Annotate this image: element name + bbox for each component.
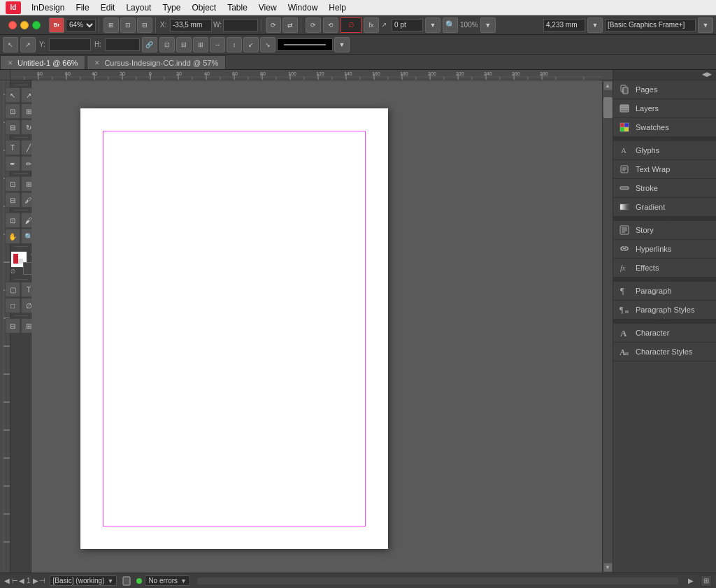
panel-collapse-btn[interactable]: ◀▶ — [702, 71, 712, 78]
tb-misc-5[interactable]: ▼ — [480, 17, 496, 33]
scroll-up-btn[interactable]: ▲ — [603, 81, 613, 90]
menu-table[interactable]: Table — [222, 1, 252, 14]
tb2-btn1[interactable]: ↖ — [3, 37, 18, 52]
none-icon[interactable]: ∅ — [10, 268, 15, 275]
panel-item-pages[interactable]: Pages — [613, 80, 716, 99]
tool-content-collect[interactable]: ⊡ — [5, 176, 20, 192]
bottom-bar: ◀ ⊢ ◀ 1 ▶ ⊣ [Basic] (working) ▼ No error… — [0, 573, 716, 588]
style-input[interactable] — [605, 19, 696, 31]
last-page-btn[interactable]: ⊣ — [39, 577, 45, 585]
scroll-right-btn[interactable]: ▶ — [685, 575, 696, 587]
panel-item-gradient[interactable]: Gradient — [613, 198, 716, 217]
tool-scale[interactable]: ⊟ — [5, 120, 20, 135]
tb2-stroke-3[interactable]: ⊞ — [193, 37, 208, 52]
h-input[interactable] — [105, 38, 140, 51]
tb2-stroke-1[interactable]: ⊡ — [159, 37, 175, 52]
menu-layout[interactable]: Layout — [121, 1, 156, 14]
tb-misc-4[interactable]: ▼ — [425, 17, 441, 33]
bridge-button[interactable]: Br — [49, 17, 64, 33]
menu-object[interactable]: Object — [187, 1, 221, 14]
panel-item-stroke[interactable]: Stroke — [613, 179, 716, 198]
tb2-stroke-5[interactable]: ↕ — [227, 37, 242, 52]
tab-cursus[interactable]: ✕ Cursus-Indesign-CC.indd @ 57% — [87, 55, 226, 69]
flip-button[interactable]: ⇄ — [282, 17, 298, 33]
tb2-btn2[interactable]: ↗ — [20, 37, 36, 52]
menu-indesign[interactable]: InDesign — [27, 1, 69, 14]
next-page-btn[interactable]: ▶ — [33, 577, 38, 585]
tb2-stroke-2[interactable]: ⊟ — [176, 37, 192, 52]
tb2-stroke-6[interactable]: ↙ — [243, 37, 259, 52]
layout-btn-1[interactable]: ⊞ — [103, 17, 119, 33]
panel-item-character-styles[interactable]: A Character Styles — [613, 343, 716, 361]
menu-edit[interactable]: Edit — [96, 1, 120, 14]
tool-view-mode[interactable]: ⊟ — [5, 318, 20, 334]
scroll-bottom[interactable] — [197, 578, 678, 585]
transform-button[interactable]: ⟳ — [266, 17, 281, 33]
tb-misc-3[interactable]: fx — [364, 17, 379, 33]
menu-help[interactable]: Help — [324, 1, 351, 14]
tb-misc-7[interactable]: ▼ — [698, 17, 713, 33]
tool-stroke-mode[interactable]: □ — [5, 298, 20, 313]
tool-free-transform[interactable]: ⊡ — [5, 213, 20, 228]
menu-window[interactable]: Window — [283, 1, 323, 14]
paragraph-styles-label: Paragraph Styles — [636, 306, 694, 314]
zoom-select[interactable]: 64% — [66, 19, 96, 31]
page-icon[interactable] — [121, 575, 132, 587]
panel-item-paragraph-styles[interactable]: ¶ Paragraph Styles — [613, 301, 716, 320]
tb2-stroke-7[interactable]: ↘ — [260, 37, 275, 52]
tb-zoom-in[interactable]: 🔍 — [443, 17, 458, 33]
layout-btn-3[interactable]: ⊟ — [137, 17, 152, 33]
tool-pen[interactable]: ✒ — [5, 156, 20, 171]
panel-item-effects[interactable]: fx Effects — [613, 259, 716, 278]
scroll-down-icon: ▼ — [605, 564, 610, 571]
tb2-link-btn[interactable]: 🔗 — [142, 37, 157, 52]
style-dropdown[interactable]: [Basic] (working) ▼ — [50, 575, 117, 586]
scroll-thumb[interactable] — [603, 97, 613, 118]
tool-type[interactable]: T — [5, 140, 20, 155]
tool-frame[interactable]: ⊡ — [5, 103, 20, 119]
tab-label-cursus: Cursus-Indesign-CC.indd @ 57% — [104, 59, 218, 67]
errors-dropdown[interactable]: No errors ▼ — [145, 575, 190, 586]
scroll-down-btn[interactable]: ▼ — [603, 563, 613, 572]
tb-misc-2[interactable]: ⟲ — [323, 17, 338, 33]
menu-file[interactable]: File — [71, 1, 94, 14]
panel-item-character[interactable]: A Character — [613, 324, 716, 343]
resize-handle[interactable]: ⊞ — [701, 575, 712, 587]
layout-btn-2[interactable]: ⊡ — [120, 17, 136, 33]
tb-misc-1[interactable]: ⟳ — [306, 17, 321, 33]
tab-close-untitled[interactable]: ✕ — [8, 59, 13, 66]
prev-page-btn[interactable]: ◀ — [19, 577, 24, 585]
tool-hand[interactable]: ✋ — [5, 229, 20, 244]
panel-item-paragraph[interactable]: ¶ Paragraph — [613, 282, 716, 301]
panel-item-swatches[interactable]: Swatches — [613, 118, 716, 137]
tab-untitled[interactable]: ✕ Untitled-1 @ 66% — [0, 55, 85, 69]
window-minimize-button[interactable] — [20, 21, 29, 29]
x-input[interactable] — [170, 19, 212, 31]
panel-item-hyperlinks[interactable]: Hyperlinks — [613, 240, 716, 259]
first-page-btn[interactable]: ⊢ — [12, 577, 18, 585]
tab-close-cursus[interactable]: ✕ — [94, 59, 100, 66]
panel-item-glyphs[interactable]: A Glyphs — [613, 141, 716, 160]
panel-item-story[interactable]: Story — [613, 221, 716, 240]
angle-input[interactable] — [392, 19, 423, 31]
tb-misc-6[interactable]: ▼ — [587, 17, 603, 33]
vertical-scrollbar[interactable]: ▲ ▼ — [602, 80, 613, 573]
scroll-left-icon[interactable]: ◀ — [4, 577, 10, 585]
tb-group-transform: ⟳ ⇄ — [266, 17, 301, 33]
panel-item-layers[interactable]: Layers — [613, 99, 716, 118]
tool-select[interactable]: ↖ — [5, 87, 20, 103]
w-input[interactable] — [223, 19, 258, 31]
dimension-input[interactable] — [543, 19, 585, 31]
y-input[interactable] — [49, 38, 91, 51]
menu-type[interactable]: Type — [157, 1, 185, 14]
window-close-button[interactable] — [8, 21, 17, 29]
fg-white-tr — [18, 254, 23, 259]
panel-item-textwrap[interactable]: Text Wrap — [613, 160, 716, 179]
tb2-stroke-8[interactable]: ▼ — [334, 37, 350, 52]
window-maximize-button[interactable] — [32, 21, 41, 29]
tool-fill-mode[interactable]: ▢ — [5, 282, 20, 297]
menu-view[interactable]: View — [254, 1, 282, 14]
canvas-area[interactable] — [31, 80, 602, 573]
tb2-stroke-4[interactable]: ↔ — [210, 37, 225, 52]
tool-shear[interactable]: ⊟ — [5, 192, 20, 208]
